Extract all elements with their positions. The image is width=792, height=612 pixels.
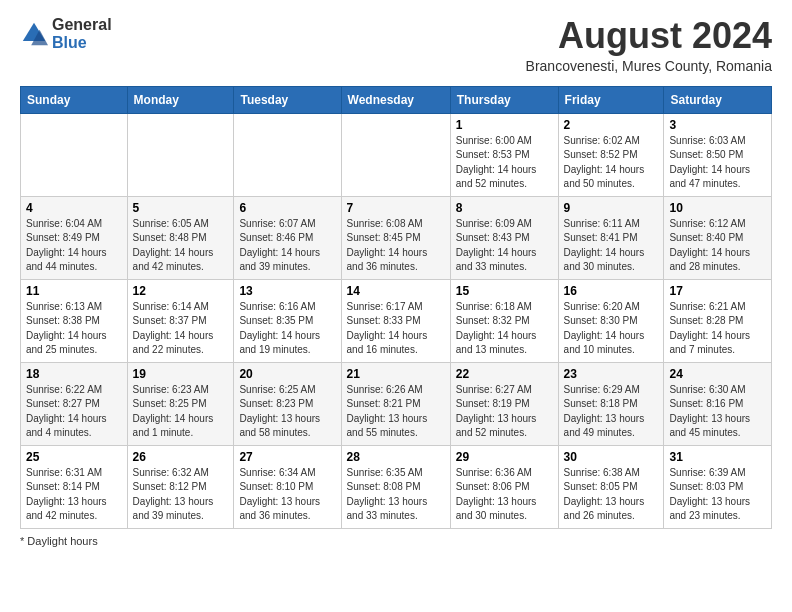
column-header-tuesday: Tuesday xyxy=(234,86,341,113)
footer-note: * Daylight hours xyxy=(20,535,772,547)
day-number: 6 xyxy=(239,201,335,215)
day-number: 13 xyxy=(239,284,335,298)
day-info: Sunrise: 6:34 AMSunset: 8:10 PMDaylight:… xyxy=(239,466,335,524)
day-number: 17 xyxy=(669,284,766,298)
day-number: 24 xyxy=(669,367,766,381)
day-info: Sunrise: 6:39 AMSunset: 8:03 PMDaylight:… xyxy=(669,466,766,524)
day-info: Sunrise: 6:04 AMSunset: 8:49 PMDaylight:… xyxy=(26,217,122,275)
calendar-cell: 2Sunrise: 6:02 AMSunset: 8:52 PMDaylight… xyxy=(558,113,664,196)
day-number: 16 xyxy=(564,284,659,298)
calendar-cell: 19Sunrise: 6:23 AMSunset: 8:25 PMDayligh… xyxy=(127,362,234,445)
calendar-cell: 27Sunrise: 6:34 AMSunset: 8:10 PMDayligh… xyxy=(234,445,341,528)
calendar-cell: 28Sunrise: 6:35 AMSunset: 8:08 PMDayligh… xyxy=(341,445,450,528)
day-number: 19 xyxy=(133,367,229,381)
day-info: Sunrise: 6:08 AMSunset: 8:45 PMDaylight:… xyxy=(347,217,445,275)
day-number: 26 xyxy=(133,450,229,464)
column-header-monday: Monday xyxy=(127,86,234,113)
header: General Blue August 2024 Brancovenesti, … xyxy=(20,16,772,74)
calendar-cell: 5Sunrise: 6:05 AMSunset: 8:48 PMDaylight… xyxy=(127,196,234,279)
day-number: 30 xyxy=(564,450,659,464)
month-year-title: August 2024 xyxy=(526,16,772,56)
footer-note-text: * Daylight hours xyxy=(20,535,98,547)
day-info: Sunrise: 6:38 AMSunset: 8:05 PMDaylight:… xyxy=(564,466,659,524)
calendar-cell: 10Sunrise: 6:12 AMSunset: 8:40 PMDayligh… xyxy=(664,196,772,279)
calendar-week-row: 11Sunrise: 6:13 AMSunset: 8:38 PMDayligh… xyxy=(21,279,772,362)
column-header-thursday: Thursday xyxy=(450,86,558,113)
day-number: 10 xyxy=(669,201,766,215)
day-info: Sunrise: 6:31 AMSunset: 8:14 PMDaylight:… xyxy=(26,466,122,524)
day-info: Sunrise: 6:23 AMSunset: 8:25 PMDaylight:… xyxy=(133,383,229,441)
column-header-wednesday: Wednesday xyxy=(341,86,450,113)
day-info: Sunrise: 6:36 AMSunset: 8:06 PMDaylight:… xyxy=(456,466,553,524)
logo: General Blue xyxy=(20,16,112,51)
calendar-table: SundayMondayTuesdayWednesdayThursdayFrid… xyxy=(20,86,772,529)
logo-blue-text: Blue xyxy=(52,34,112,52)
calendar-cell xyxy=(341,113,450,196)
day-info: Sunrise: 6:16 AMSunset: 8:35 PMDaylight:… xyxy=(239,300,335,358)
location-subtitle: Brancovenesti, Mures County, Romania xyxy=(526,58,772,74)
calendar-cell: 24Sunrise: 6:30 AMSunset: 8:16 PMDayligh… xyxy=(664,362,772,445)
column-header-saturday: Saturday xyxy=(664,86,772,113)
day-number: 18 xyxy=(26,367,122,381)
day-info: Sunrise: 6:00 AMSunset: 8:53 PMDaylight:… xyxy=(456,134,553,192)
day-number: 1 xyxy=(456,118,553,132)
calendar-cell: 21Sunrise: 6:26 AMSunset: 8:21 PMDayligh… xyxy=(341,362,450,445)
day-info: Sunrise: 6:11 AMSunset: 8:41 PMDaylight:… xyxy=(564,217,659,275)
calendar-cell: 26Sunrise: 6:32 AMSunset: 8:12 PMDayligh… xyxy=(127,445,234,528)
calendar-cell: 17Sunrise: 6:21 AMSunset: 8:28 PMDayligh… xyxy=(664,279,772,362)
calendar-cell: 1Sunrise: 6:00 AMSunset: 8:53 PMDaylight… xyxy=(450,113,558,196)
logo-icon xyxy=(20,20,48,48)
day-number: 9 xyxy=(564,201,659,215)
day-info: Sunrise: 6:12 AMSunset: 8:40 PMDaylight:… xyxy=(669,217,766,275)
logo-general-text: General xyxy=(52,16,112,34)
logo-text: General Blue xyxy=(52,16,112,51)
day-info: Sunrise: 6:18 AMSunset: 8:32 PMDaylight:… xyxy=(456,300,553,358)
day-info: Sunrise: 6:05 AMSunset: 8:48 PMDaylight:… xyxy=(133,217,229,275)
calendar-cell: 23Sunrise: 6:29 AMSunset: 8:18 PMDayligh… xyxy=(558,362,664,445)
calendar-cell: 4Sunrise: 6:04 AMSunset: 8:49 PMDaylight… xyxy=(21,196,128,279)
day-number: 15 xyxy=(456,284,553,298)
calendar-cell xyxy=(234,113,341,196)
calendar-cell: 30Sunrise: 6:38 AMSunset: 8:05 PMDayligh… xyxy=(558,445,664,528)
calendar-cell: 18Sunrise: 6:22 AMSunset: 8:27 PMDayligh… xyxy=(21,362,128,445)
calendar-cell: 29Sunrise: 6:36 AMSunset: 8:06 PMDayligh… xyxy=(450,445,558,528)
day-info: Sunrise: 6:20 AMSunset: 8:30 PMDaylight:… xyxy=(564,300,659,358)
day-info: Sunrise: 6:32 AMSunset: 8:12 PMDaylight:… xyxy=(133,466,229,524)
day-number: 5 xyxy=(133,201,229,215)
calendar-week-row: 1Sunrise: 6:00 AMSunset: 8:53 PMDaylight… xyxy=(21,113,772,196)
calendar-cell: 20Sunrise: 6:25 AMSunset: 8:23 PMDayligh… xyxy=(234,362,341,445)
calendar-week-row: 25Sunrise: 6:31 AMSunset: 8:14 PMDayligh… xyxy=(21,445,772,528)
day-number: 28 xyxy=(347,450,445,464)
day-info: Sunrise: 6:21 AMSunset: 8:28 PMDaylight:… xyxy=(669,300,766,358)
day-number: 21 xyxy=(347,367,445,381)
calendar-cell: 8Sunrise: 6:09 AMSunset: 8:43 PMDaylight… xyxy=(450,196,558,279)
calendar-cell: 31Sunrise: 6:39 AMSunset: 8:03 PMDayligh… xyxy=(664,445,772,528)
day-number: 8 xyxy=(456,201,553,215)
calendar-cell: 11Sunrise: 6:13 AMSunset: 8:38 PMDayligh… xyxy=(21,279,128,362)
calendar-cell: 25Sunrise: 6:31 AMSunset: 8:14 PMDayligh… xyxy=(21,445,128,528)
day-number: 22 xyxy=(456,367,553,381)
calendar-cell: 7Sunrise: 6:08 AMSunset: 8:45 PMDaylight… xyxy=(341,196,450,279)
day-info: Sunrise: 6:14 AMSunset: 8:37 PMDaylight:… xyxy=(133,300,229,358)
day-info: Sunrise: 6:22 AMSunset: 8:27 PMDaylight:… xyxy=(26,383,122,441)
column-header-sunday: Sunday xyxy=(21,86,128,113)
day-info: Sunrise: 6:02 AMSunset: 8:52 PMDaylight:… xyxy=(564,134,659,192)
calendar-week-row: 18Sunrise: 6:22 AMSunset: 8:27 PMDayligh… xyxy=(21,362,772,445)
day-number: 14 xyxy=(347,284,445,298)
day-info: Sunrise: 6:30 AMSunset: 8:16 PMDaylight:… xyxy=(669,383,766,441)
day-info: Sunrise: 6:17 AMSunset: 8:33 PMDaylight:… xyxy=(347,300,445,358)
day-number: 3 xyxy=(669,118,766,132)
day-info: Sunrise: 6:26 AMSunset: 8:21 PMDaylight:… xyxy=(347,383,445,441)
calendar-week-row: 4Sunrise: 6:04 AMSunset: 8:49 PMDaylight… xyxy=(21,196,772,279)
calendar-cell: 13Sunrise: 6:16 AMSunset: 8:35 PMDayligh… xyxy=(234,279,341,362)
calendar-cell: 6Sunrise: 6:07 AMSunset: 8:46 PMDaylight… xyxy=(234,196,341,279)
calendar-header-row: SundayMondayTuesdayWednesdayThursdayFrid… xyxy=(21,86,772,113)
day-number: 23 xyxy=(564,367,659,381)
calendar-cell: 9Sunrise: 6:11 AMSunset: 8:41 PMDaylight… xyxy=(558,196,664,279)
day-info: Sunrise: 6:13 AMSunset: 8:38 PMDaylight:… xyxy=(26,300,122,358)
calendar-cell: 3Sunrise: 6:03 AMSunset: 8:50 PMDaylight… xyxy=(664,113,772,196)
day-number: 4 xyxy=(26,201,122,215)
calendar-cell: 15Sunrise: 6:18 AMSunset: 8:32 PMDayligh… xyxy=(450,279,558,362)
calendar-cell xyxy=(21,113,128,196)
day-info: Sunrise: 6:07 AMSunset: 8:46 PMDaylight:… xyxy=(239,217,335,275)
